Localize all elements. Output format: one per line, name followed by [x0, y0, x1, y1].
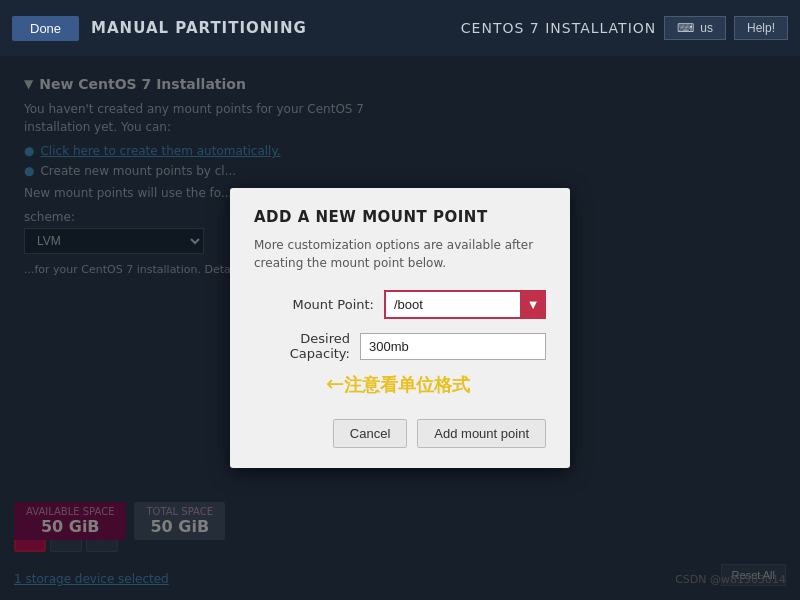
- annotation-text: 注意看单位格式: [344, 373, 470, 397]
- keyboard-button[interactable]: ⌨ us: [664, 16, 726, 40]
- mount-point-select[interactable]: /boot / /home /var /tmp swap: [384, 290, 546, 319]
- modal-overlay: ADD A NEW MOUNT POINT More customization…: [0, 56, 800, 600]
- mount-point-label: Mount Point:: [254, 297, 384, 312]
- mount-point-row: Mount Point: /boot / /home /var /tmp swa…: [254, 290, 546, 319]
- dialog-subtitle: More customization options are available…: [254, 236, 546, 272]
- cancel-button[interactable]: Cancel: [333, 419, 407, 448]
- capacity-label: Desired Capacity:: [254, 331, 360, 361]
- dialog-buttons: Cancel Add mount point: [254, 419, 546, 448]
- mount-point-select-wrap: /boot / /home /var /tmp swap ▼: [384, 290, 546, 319]
- annotation-arrow: ←: [326, 371, 344, 396]
- capacity-row: Desired Capacity:: [254, 331, 546, 361]
- centos-title: CENTOS 7 INSTALLATION: [461, 20, 656, 36]
- top-bar-left: Done MANUAL PARTITIONING: [12, 16, 307, 41]
- keyboard-icon: ⌨: [677, 21, 694, 35]
- add-mount-point-button[interactable]: Add mount point: [417, 419, 546, 448]
- add-mount-point-dialog: ADD A NEW MOUNT POINT More customization…: [230, 188, 570, 468]
- dialog-title: ADD A NEW MOUNT POINT: [254, 208, 546, 226]
- help-button[interactable]: Help!: [734, 16, 788, 40]
- keyboard-label: us: [700, 21, 713, 35]
- main-content: ▼ New CentOS 7 Installation You haven't …: [0, 56, 800, 600]
- top-bar-right: CENTOS 7 INSTALLATION ⌨ us Help!: [461, 16, 788, 40]
- top-bar: Done MANUAL PARTITIONING CENTOS 7 INSTAL…: [0, 0, 800, 56]
- done-button[interactable]: Done: [12, 16, 79, 41]
- page-title: MANUAL PARTITIONING: [91, 19, 307, 37]
- capacity-input[interactable]: [360, 333, 546, 360]
- annotation-area: 注意看单位格式 ←: [254, 373, 546, 403]
